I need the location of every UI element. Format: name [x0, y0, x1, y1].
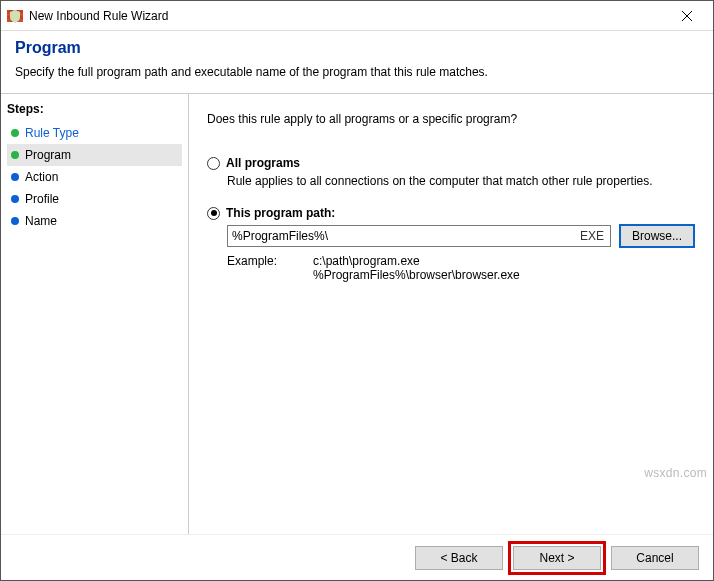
window-title: New Inbound Rule Wizard	[29, 9, 667, 23]
footer: < Back Next > Cancel	[1, 534, 713, 580]
page-subtitle: Specify the full program path and execut…	[15, 65, 699, 79]
close-button[interactable]	[667, 2, 707, 30]
bullet-icon	[11, 129, 19, 137]
step-profile[interactable]: Profile	[7, 188, 182, 210]
content-body: Steps: Rule Type Program Action Profile …	[1, 94, 713, 534]
radio-this-program-path[interactable]: This program path:	[207, 206, 695, 220]
radio-label: All programs	[226, 156, 300, 170]
bullet-icon	[11, 195, 19, 203]
titlebar: New Inbound Rule Wizard	[1, 1, 713, 31]
bullet-icon	[11, 151, 19, 159]
wizard-window: New Inbound Rule Wizard Program Specify …	[0, 0, 714, 581]
program-path-value: %ProgramFiles%\	[228, 229, 574, 243]
steps-heading: Steps:	[7, 102, 182, 116]
main-panel: Does this rule apply to all programs or …	[189, 94, 713, 534]
step-label: Rule Type	[25, 126, 79, 140]
steps-sidebar: Steps: Rule Type Program Action Profile …	[1, 94, 189, 534]
cancel-button[interactable]: Cancel	[611, 546, 699, 570]
example-line: %ProgramFiles%\browser\browser.exe	[313, 268, 520, 282]
close-icon	[682, 11, 692, 21]
step-action[interactable]: Action	[7, 166, 182, 188]
page-title: Program	[15, 39, 699, 57]
step-label: Program	[25, 148, 71, 162]
radio-icon	[207, 157, 220, 170]
step-rule-type[interactable]: Rule Type	[7, 122, 182, 144]
next-button[interactable]: Next >	[513, 546, 601, 570]
step-label: Profile	[25, 192, 59, 206]
example-label: Example:	[227, 254, 283, 282]
step-program[interactable]: Program	[7, 144, 182, 166]
radio-all-programs[interactable]: All programs	[207, 156, 695, 170]
radio-icon	[207, 207, 220, 220]
question-text: Does this rule apply to all programs or …	[207, 112, 695, 126]
program-path-row: %ProgramFiles%\ EXE Browse...	[227, 224, 695, 248]
bullet-icon	[11, 173, 19, 181]
firewall-icon	[7, 8, 23, 24]
step-name[interactable]: Name	[7, 210, 182, 232]
program-path-ext: EXE	[574, 229, 610, 243]
radio-label: This program path:	[226, 206, 335, 220]
step-label: Action	[25, 170, 58, 184]
example-block: Example: c:\path\program.exe %ProgramFil…	[227, 254, 695, 282]
program-path-input[interactable]: %ProgramFiles%\ EXE	[227, 225, 611, 247]
header: Program Specify the full program path an…	[1, 31, 713, 94]
watermark: wsxdn.com	[644, 466, 707, 480]
example-values: c:\path\program.exe %ProgramFiles%\brows…	[313, 254, 520, 282]
browse-button[interactable]: Browse...	[619, 224, 695, 248]
all-programs-desc: Rule applies to all connections on the c…	[227, 174, 695, 188]
step-label: Name	[25, 214, 57, 228]
back-button[interactable]: < Back	[415, 546, 503, 570]
example-line: c:\path\program.exe	[313, 254, 520, 268]
bullet-icon	[11, 217, 19, 225]
